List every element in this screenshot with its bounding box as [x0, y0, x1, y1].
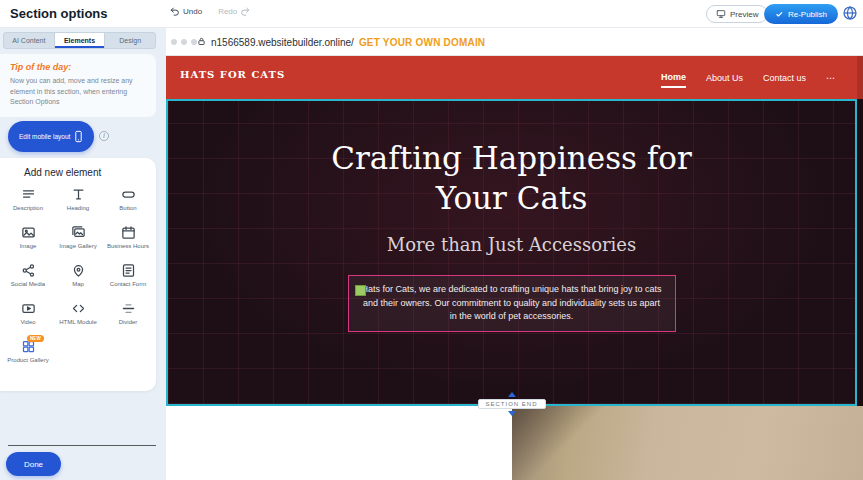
element-item-button[interactable]: Button [104, 181, 152, 219]
done-button[interactable]: Done [6, 452, 61, 476]
hero-text-box[interactable]: Hats for Cats, we are dedicated to craft… [348, 275, 676, 332]
element-item-business-hours[interactable]: Business Hours [104, 219, 152, 257]
site-logo[interactable]: HATS FOR CATS [180, 69, 285, 80]
tab-elements[interactable]: Elements [55, 33, 106, 48]
redo-button[interactable]: Redo [218, 6, 250, 16]
element-item-divider[interactable]: Divider [104, 295, 152, 333]
tip-of-the-day: Tip of the day: Now you can add, move an… [0, 54, 156, 117]
hero-heading-line1: Crafting Happiness for [331, 140, 692, 176]
arrow-up-icon [507, 392, 515, 397]
element-item-image-gallery[interactable]: Image Gallery [54, 219, 102, 257]
element-grid: Description Heading Button Image Image G… [0, 181, 156, 371]
history-controls: Undo Redo [170, 6, 250, 16]
element-item-heading[interactable]: Heading [54, 181, 102, 219]
hero-body-text: Hats for Cats, we are dedicated to craft… [361, 284, 661, 321]
social-media-icon [21, 263, 36, 278]
info-icon[interactable]: i [99, 131, 109, 141]
window-dots [171, 39, 197, 45]
check-icon [775, 10, 784, 19]
redo-label: Redo [218, 7, 237, 16]
add-element-panel: Add new element Description Heading Butt… [0, 158, 156, 391]
element-item-video[interactable]: Video [4, 295, 52, 333]
html-module-icon [71, 301, 86, 316]
button-icon [121, 187, 136, 202]
video-icon [21, 301, 36, 316]
element-item-html-module[interactable]: HTML Module [54, 295, 102, 333]
map-icon [71, 263, 86, 278]
image-icon [21, 225, 36, 240]
element-item-social-media[interactable]: Social Media [4, 257, 52, 295]
heading-icon [71, 187, 86, 202]
sidebar-tabs: AI Content Elements Design [3, 32, 156, 49]
section-end-label: SECTION END [477, 399, 545, 409]
site-preview: HATS FOR CATS Home About Us Contact us ⋯… [166, 56, 857, 406]
business-hours-icon [121, 225, 136, 240]
tip-body: Now you can add, move and resize any ele… [10, 76, 146, 108]
element-item-image[interactable]: Image [4, 219, 52, 257]
element-item-contact-form[interactable]: Contact Form [104, 257, 152, 295]
monitor-icon [716, 9, 726, 19]
site-header: HATS FOR CATS Home About Us Contact us ⋯ [166, 56, 857, 99]
undo-label: Undo [183, 7, 202, 16]
element-item-map[interactable]: Map [54, 257, 102, 295]
next-section-image [512, 406, 863, 480]
page-title: Section options [10, 6, 108, 21]
lock-icon [197, 36, 206, 47]
new-badge: NEW [27, 335, 44, 342]
nav-home[interactable]: Home [661, 68, 686, 88]
window-dot-icon [181, 39, 187, 45]
section-end-handle[interactable]: SECTION END [477, 392, 545, 416]
tip-heading: Tip of the day: [10, 62, 146, 72]
description-icon [21, 187, 36, 202]
address-bar: n1566589.websitebuilder.online/GET YOUR … [211, 37, 485, 48]
undo-button[interactable]: Undo [170, 6, 202, 16]
app-topbar: Section options Undo Redo Preview [0, 0, 863, 28]
image-gallery-icon [71, 225, 86, 240]
hero-heading[interactable]: Crafting Happiness for Your Cats [297, 139, 727, 218]
arrow-down-icon [507, 411, 515, 416]
globe-icon[interactable] [842, 5, 858, 21]
site-nav: Home About Us Contact us ⋯ [661, 56, 835, 99]
nav-more-icon[interactable]: ⋯ [826, 69, 835, 87]
preview-label: Preview [730, 10, 758, 19]
add-element-title: Add new element [24, 167, 156, 178]
nav-contact-us[interactable]: Contact us [763, 69, 806, 87]
divider-icon [121, 301, 136, 316]
element-item-description[interactable]: Description [4, 181, 52, 219]
republish-label: Re-Publish [788, 10, 827, 19]
contact-form-icon [121, 263, 136, 278]
edit-mobile-layout-button[interactable]: Edit mobile layout [8, 121, 94, 152]
sidebar-divider [8, 445, 156, 446]
preview-scrollbar[interactable] [857, 56, 863, 406]
tab-design[interactable]: Design [105, 33, 155, 48]
preview-button[interactable]: Preview [706, 5, 768, 23]
republish-button[interactable]: Re-Publish [764, 4, 838, 24]
hero-heading-line2: Your Cats [436, 180, 588, 216]
app-window: Section options Undo Redo Preview [0, 0, 863, 480]
browser-chrome: n1566589.websitebuilder.online/GET YOUR … [166, 28, 863, 56]
redo-icon [240, 6, 250, 16]
sidebar: AI Content Elements Design Tip of the da… [0, 28, 166, 480]
get-domain-link[interactable]: GET YOUR OWN DOMAIN [359, 37, 485, 48]
phone-icon [72, 130, 85, 143]
element-item-product-gallery[interactable]: NEW Product Gallery [4, 333, 52, 371]
site-url: n1566589.websitebuilder.online/ [211, 37, 354, 48]
hero-subheading[interactable]: More than Just Accessories [168, 234, 855, 255]
window-dot-icon [171, 39, 177, 45]
nav-about-us[interactable]: About Us [706, 69, 743, 87]
tab-ai-content[interactable]: AI Content [4, 33, 55, 48]
undo-icon [170, 6, 180, 16]
drag-handle[interactable] [355, 285, 366, 296]
hero-section[interactable]: Crafting Happiness for Your Cats More th… [166, 99, 857, 406]
edit-mobile-label: Edit mobile layout [19, 133, 70, 140]
